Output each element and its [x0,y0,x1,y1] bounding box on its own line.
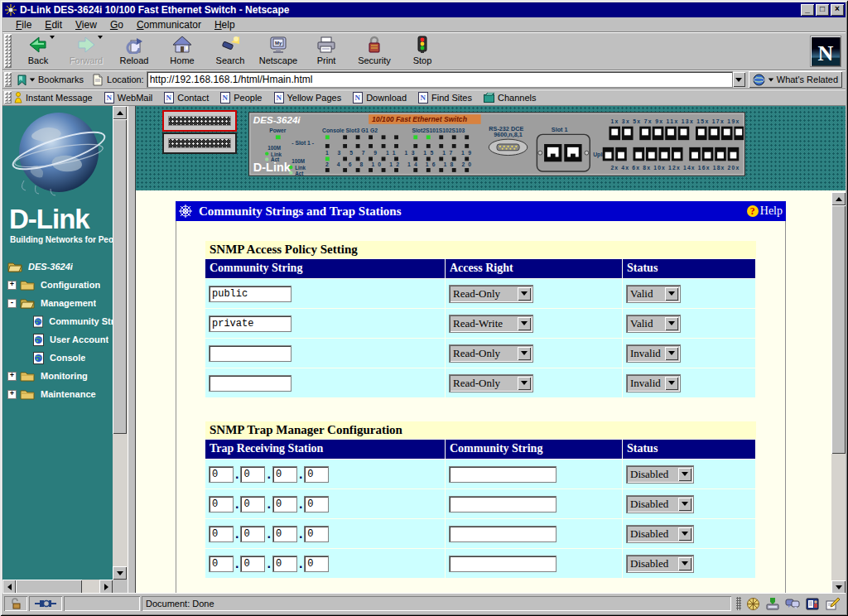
menu-help[interactable]: Help [208,18,242,31]
ip-octet-input[interactable] [241,497,264,512]
status-select[interactable]: Invalid [627,345,680,362]
stop-button[interactable]: Stop [398,33,446,69]
discussions-icon[interactable] [784,597,801,611]
sidebar-item-management[interactable]: - Management [2,294,113,312]
trap-community-input[interactable] [450,527,556,541]
ip-octet-input[interactable] [210,497,233,512]
module-image-selected[interactable] [162,110,237,132]
switch-front-panel-image[interactable]: DES-3624i 10/100 Fast Ethernet Switch Po… [248,112,745,176]
find-sites-button[interactable]: N Find Sites [418,92,472,103]
ip-octet-input[interactable] [273,467,296,482]
ip-octet-input[interactable] [305,556,328,571]
sidebar-item-user-account[interactable]: User Account [2,330,113,349]
scroll-down-button[interactable] [113,566,127,580]
status-select[interactable]: Valid [627,315,680,332]
address-book-icon[interactable] [804,597,821,611]
trap-status-select[interactable]: Disabled [627,556,693,572]
ip-octet-input[interactable] [210,467,233,482]
community-string-input[interactable] [210,316,291,331]
sidebar-item-des-3624i[interactable]: DES-3624i [2,257,113,276]
frame-divider[interactable] [128,106,136,594]
location-bar-grip[interactable] [4,72,12,87]
community-string-input[interactable] [210,286,291,301]
ip-octet-input[interactable] [241,527,264,541]
home-button[interactable]: Home [158,33,206,69]
scroll-right-button[interactable] [99,580,113,594]
sidebar-item-console[interactable]: Console [2,349,113,367]
expand-plus-icon[interactable]: + [7,390,17,399]
ip-octet-input[interactable] [305,467,328,482]
ip-octet-input[interactable] [273,527,296,541]
trap-status-select[interactable]: Disabled [627,526,693,542]
menu-go[interactable]: Go [104,18,130,31]
mailbox-icon[interactable] [764,597,781,611]
status-select[interactable]: Invalid [627,375,680,392]
scroll-down-button[interactable] [831,580,846,594]
close-button[interactable]: × [831,4,844,16]
ip-octet-input[interactable] [273,556,296,571]
menu-file[interactable]: File [9,18,38,31]
sidebar-horizontal-scrollbar[interactable] [2,580,113,594]
back-button[interactable]: Back [14,33,62,69]
composer-icon[interactable] [824,597,841,611]
access-right-select[interactable]: Read-Only [450,286,532,302]
sidebar-vertical-scrollbar[interactable] [113,106,128,580]
security-status-panel[interactable] [4,596,27,611]
url-input[interactable] [147,72,732,87]
scroll-left-button[interactable] [2,580,16,594]
print-button[interactable]: Print [302,33,350,69]
page-proxy-icon[interactable] [92,74,104,86]
ip-octet-input[interactable] [241,556,264,571]
url-dropdown-button[interactable] [733,72,745,87]
whats-related-button[interactable]: What's Related [749,71,842,88]
sidebar-item-maintenance[interactable]: + Maintenance [2,385,113,403]
trap-community-input[interactable] [450,497,556,512]
ip-octet-input[interactable] [210,556,233,571]
trap-community-input[interactable] [450,467,556,482]
search-button[interactable]: Search [206,33,254,69]
trap-status-select[interactable]: Disabled [627,466,693,483]
collapse-minus-icon[interactable]: - [7,299,17,308]
expand-plus-icon[interactable]: + [7,281,17,290]
menu-communicator[interactable]: Communicator [130,18,208,31]
sidebar-item-monitoring[interactable]: + Monitoring [2,367,113,385]
scrollbar-thumb[interactable] [831,205,846,454]
download-button[interactable]: N Download [353,92,407,103]
bookmarks-button[interactable]: Bookmarks [14,71,87,88]
community-string-input[interactable] [210,346,291,361]
contact-button[interactable]: N Contact [164,92,209,103]
minimize-button[interactable]: _ [801,4,814,16]
toolbar-grip[interactable] [4,34,12,68]
personal-toolbar-grip[interactable] [4,91,12,103]
ip-octet-input[interactable] [305,527,328,541]
menu-view[interactable]: View [69,18,104,31]
ip-octet-input[interactable] [241,467,264,482]
navigator-icon[interactable] [744,597,761,611]
webmail-button[interactable]: N WebMail [104,92,153,103]
yellow-pages-button[interactable]: N Yellow Pages [274,92,342,103]
access-right-select[interactable]: Read-Only [450,375,532,392]
status-select[interactable]: Valid [627,286,680,302]
channels-button[interactable]: Channels [484,93,536,103]
community-string-input[interactable] [210,376,291,391]
reload-button[interactable]: Reload [110,33,158,69]
ip-octet-input[interactable] [273,497,296,512]
scrollbar-thumb[interactable] [113,119,127,434]
help-link[interactable]: ? Help [747,205,783,218]
instant-message-button[interactable]: Instant Message [14,92,93,103]
expand-plus-icon[interactable]: + [7,372,17,381]
ip-octet-input[interactable] [210,527,233,541]
trap-status-select[interactable]: Disabled [627,496,693,513]
module-image[interactable] [162,132,237,154]
trap-community-input[interactable] [450,556,556,571]
menu-edit[interactable]: Edit [38,18,69,31]
sidebar-item-configuration[interactable]: + Configuration [2,276,113,294]
people-button[interactable]: N People [220,92,262,103]
access-right-select[interactable]: Read-Write [450,315,532,332]
sidebar-item-community-strings[interactable]: Community Stri [2,312,113,330]
component-bar-handle[interactable] [736,597,741,610]
netscape-button[interactable]: My Netscape [254,33,302,69]
scroll-up-button[interactable] [113,106,127,119]
scrollbar-thumb[interactable] [16,580,82,594]
access-right-select[interactable]: Read-Only [450,345,532,362]
